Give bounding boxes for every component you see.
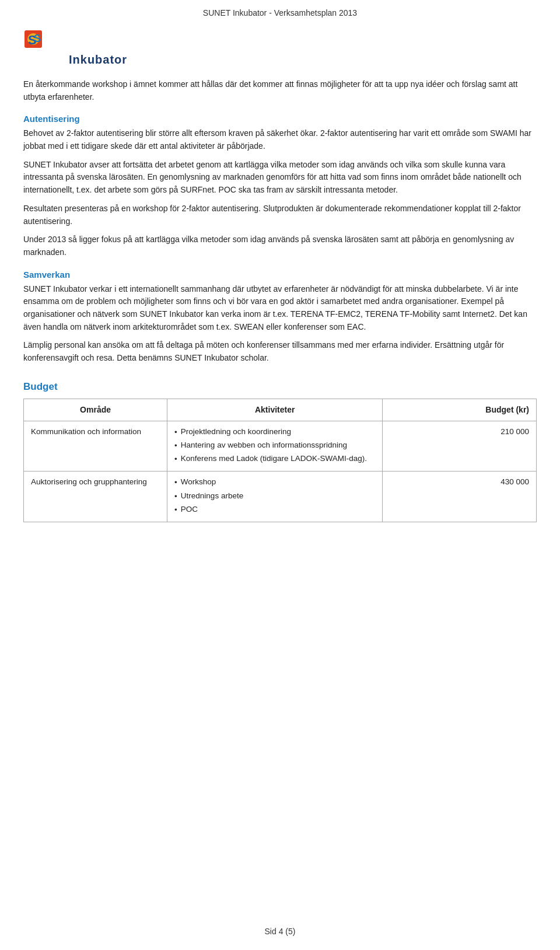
row1-area: Kommunikation och information	[24, 421, 167, 471]
bullet-icon: •	[174, 477, 177, 488]
bullet-item: • Hantering av webben och informationssp…	[174, 439, 375, 452]
col-header-activities: Aktiviteter	[167, 399, 383, 421]
intro-paragraph: En återkommande workshop i ämnet kommer …	[23, 78, 537, 103]
row2-activities: • Workshop • Utrednings arbete • POC	[167, 471, 383, 522]
budget-heading: Budget	[23, 381, 537, 393]
bullet-icon: •	[174, 453, 177, 465]
section-autentisering: Autentisering Behovet av 2-faktor autent…	[23, 114, 537, 259]
bullet-icon: •	[174, 427, 177, 438]
svg-text:S: S	[34, 33, 41, 44]
row1-activities: • Projektledning och koordinering • Hant…	[167, 421, 383, 471]
activity-text: Utrednings arbete	[181, 490, 243, 502]
table-header-row: Område Aktiviteter Budget (kr)	[24, 399, 537, 421]
samverkan-para-2: Lämplig personal kan ansöka om att få de…	[23, 339, 537, 364]
bullet-icon: •	[174, 491, 177, 502]
budget-section: Budget Område Aktiviteter Budget (kr) Ko…	[23, 381, 537, 523]
autentisering-para-2: SUNET Inkubator avser att fortsätta det …	[23, 159, 537, 197]
col-header-area: Område	[24, 399, 167, 421]
main-content: En återkommande workshop i ämnet kommer …	[0, 78, 560, 546]
col-header-budget: Budget (kr)	[383, 399, 537, 421]
autentisering-para-3: Resultaten presenteras på en workshop fö…	[23, 202, 537, 228]
autentisering-para-4: Under 2013 så ligger fokus på att kartlä…	[23, 233, 537, 259]
bullet-icon: •	[174, 440, 177, 452]
activity-text: Hantering av webben och informationsspri…	[181, 439, 347, 451]
autentisering-heading: Autentisering	[23, 114, 537, 124]
budget-table: Område Aktiviteter Budget (kr) Kommunika…	[23, 399, 537, 523]
bullet-item: • POC	[174, 504, 375, 516]
row1-budget: 210 000	[383, 421, 537, 471]
row2-budget: 430 000	[383, 471, 537, 522]
logo-text: Inkubator	[69, 53, 127, 67]
activity-text: Konferens med Ladok (tidigare LADOK-SWAM…	[181, 453, 367, 464]
table-row: Kommunikation och information • Projektl…	[24, 421, 537, 471]
activity-text: Workshop	[181, 476, 216, 488]
bullet-item: • Utrednings arbete	[174, 490, 375, 502]
page-header: SUNET Inkubator - Verksamhetsplan 2013	[0, 0, 560, 23]
samverkan-heading: Samverkan	[23, 270, 537, 280]
page-footer: Sid 4 (5)	[0, 915, 560, 944]
logo-image: S S	[23, 29, 63, 69]
samverkan-para-1: SUNET Inkubator verkar i ett internation…	[23, 283, 537, 334]
bullet-icon: •	[174, 504, 177, 516]
activity-text: POC	[181, 504, 198, 515]
footer-text: Sid 4 (5)	[265, 927, 296, 936]
bullet-item: • Workshop	[174, 476, 375, 488]
section-samverkan: Samverkan SUNET Inkubator verkar i ett i…	[23, 270, 537, 365]
bullet-item: • Konferens med Ladok (tidigare LADOK-SW…	[174, 453, 375, 465]
table-row: Auktorisering och grupphantering • Works…	[24, 471, 537, 522]
page-title: SUNET Inkubator - Verksamhetsplan 2013	[203, 8, 357, 18]
bullet-item: • Projektledning och koordinering	[174, 426, 375, 438]
activity-text: Projektledning och koordinering	[181, 426, 291, 438]
row2-area: Auktorisering och grupphantering	[24, 471, 167, 522]
logo-area: S S Inkubator	[0, 23, 560, 78]
autentisering-para-1: Behovet av 2-faktor autentisering blir s…	[23, 127, 537, 152]
